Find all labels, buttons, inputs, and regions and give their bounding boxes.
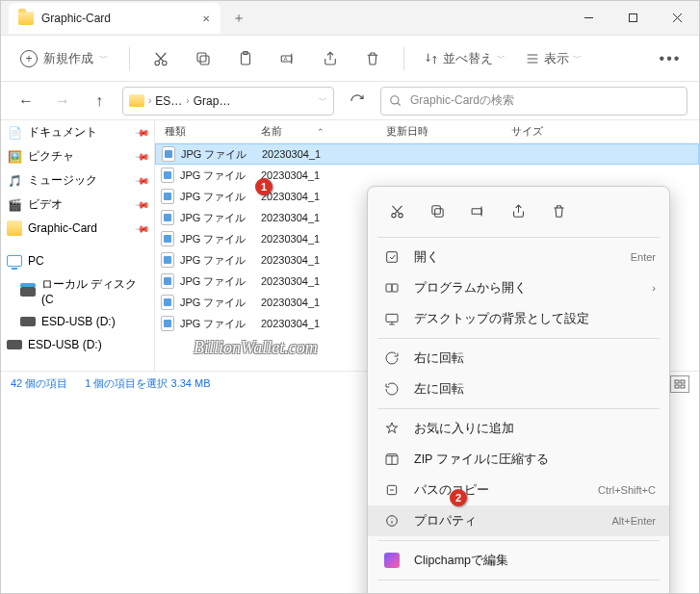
open-with-icon [383, 279, 401, 297]
ctx-favorite[interactable]: お気に入りに追加 [368, 413, 669, 444]
jpg-file-icon [161, 273, 174, 289]
maximize-button[interactable] [610, 1, 655, 36]
col-type[interactable]: 種類 [155, 124, 261, 139]
sidebar-item-music[interactable]: 🎵ミュージック📌 [1, 168, 154, 193]
ctx-rename-button[interactable] [460, 196, 495, 225]
svg-rect-8 [200, 56, 209, 65]
pin-icon: 📌 [135, 172, 150, 188]
svg-rect-26 [675, 385, 679, 388]
svg-rect-40 [386, 314, 398, 322]
properties-icon [383, 512, 401, 529]
breadcrumb-seg[interactable]: Grap… [194, 94, 231, 108]
chevron-down-icon[interactable]: ﹀ [319, 94, 327, 107]
svg-line-20 [398, 102, 401, 105]
ctx-share-button[interactable] [501, 196, 535, 225]
ctx-rotate-right[interactable]: 右に回転 [368, 343, 669, 374]
ctx-cut-button[interactable] [379, 196, 414, 225]
svg-point-4 [155, 61, 160, 65]
sidebar-item-drive-d[interactable]: ESD-USB (D:) [1, 310, 154, 333]
new-label: 新規作成 [43, 50, 93, 67]
col-size[interactable]: サイズ [511, 124, 543, 139]
sort-label: 並べ替え [443, 50, 493, 67]
search-input[interactable]: Graphic-Cardの検索 [380, 87, 687, 116]
svg-point-28 [391, 213, 395, 217]
new-button[interactable]: + 新規作成 ﹀ [13, 46, 116, 71]
tab-close-button[interactable]: ✕ [201, 13, 211, 23]
sort-button[interactable]: 並べ替え ﹀ [418, 50, 511, 67]
sidebar-item-documents[interactable]: 📄ドキュメント📌 [1, 120, 154, 144]
breadcrumb-seg[interactable]: ES… [155, 94, 182, 108]
ctx-open[interactable]: 開くEnter [368, 242, 669, 272]
drive-icon [7, 337, 22, 352]
more-button[interactable]: ••• [653, 43, 687, 74]
sidebar-item-drive-d2[interactable]: ESD-USB (D:) [1, 333, 154, 356]
toolbar: + 新規作成 ﹀ A 並べ替え ﹀ 表示 ﹀ ••• [1, 36, 699, 82]
selection-info: 1 個の項目を選択 3.34 MB [85, 376, 210, 391]
folder-icon [18, 12, 34, 25]
delete-button[interactable] [355, 43, 390, 74]
open-icon [383, 248, 401, 266]
jpg-file-icon [161, 231, 174, 246]
tab-active[interactable]: Graphic-Card ✕ [9, 3, 220, 34]
annotation-badge-1: 1 [255, 178, 272, 195]
jpg-file-icon [161, 316, 174, 331]
svg-text:A: A [284, 56, 288, 62]
view-thumbnails-button[interactable] [670, 375, 689, 393]
ctx-more-options[interactable]: その他のオプションを表示Shift+F10 [368, 584, 669, 594]
chevron-right-icon: › [148, 95, 151, 106]
sidebar: 📄ドキュメント📌 🖼️ピクチャ📌 🎵ミュージック📌 🎬ビデオ📌 Graphic-… [1, 120, 155, 371]
ctx-properties[interactable]: プロパティAlt+Enter [368, 505, 669, 536]
ctx-zip[interactable]: ZIP ファイルに圧縮する [368, 444, 669, 475]
sidebar-item-drive-c[interactable]: ローカル ディスク (C [1, 272, 154, 310]
file-row[interactable]: JPG ファイル20230304_1 [155, 165, 699, 186]
back-button[interactable]: ← [13, 88, 39, 115]
jpg-file-icon [161, 252, 174, 268]
new-tab-button[interactable]: ＋ [232, 10, 246, 27]
copy-button[interactable] [186, 43, 220, 74]
rename-button[interactable]: A [271, 43, 305, 74]
up-button[interactable]: ↑ [86, 88, 113, 115]
svg-point-5 [163, 61, 168, 65]
ctx-set-background[interactable]: デスクトップの背景として設定 [368, 303, 669, 334]
svg-rect-37 [387, 252, 398, 263]
svg-rect-27 [681, 385, 685, 388]
file-row[interactable]: JPG ファイル20230304_1 [155, 143, 699, 165]
forward-button[interactable]: → [49, 88, 76, 115]
separator [129, 47, 130, 70]
rotate-right-icon [383, 349, 401, 367]
sidebar-item-videos[interactable]: 🎬ビデオ📌 [1, 193, 154, 217]
sidebar-item-graphic-card[interactable]: Graphic-Card📌 [1, 217, 154, 240]
sidebar-item-pc[interactable]: PC [1, 249, 154, 272]
sort-asc-icon: ⌃ [317, 127, 324, 137]
refresh-button[interactable] [344, 88, 371, 115]
cut-button[interactable] [143, 43, 178, 74]
col-name[interactable]: 名前⌃ [261, 124, 386, 139]
paste-button[interactable] [228, 43, 263, 74]
view-button[interactable]: 表示 ﹀ [519, 50, 587, 67]
column-headers[interactable]: 種類 名前⌃ 更新日時 サイズ [155, 120, 699, 143]
minimize-button[interactable] [566, 1, 610, 36]
address-bar[interactable]: › ES… › Grap… ﹀ [122, 87, 334, 116]
close-window-button[interactable] [655, 1, 699, 36]
search-icon [389, 94, 402, 108]
drive-icon [20, 284, 36, 299]
sidebar-item-pictures[interactable]: 🖼️ピクチャ📌 [1, 144, 154, 168]
share-button[interactable] [313, 43, 348, 74]
video-icon: 🎬 [7, 197, 22, 213]
music-icon: 🎵 [7, 173, 22, 189]
svg-rect-33 [431, 205, 440, 214]
ctx-delete-button[interactable] [541, 196, 576, 225]
star-icon [383, 420, 401, 437]
jpg-file-icon [162, 146, 175, 162]
ctx-clipchamp[interactable]: Clipchampで編集 [368, 545, 669, 576]
pc-icon [7, 253, 22, 269]
svg-point-19 [391, 95, 399, 103]
ctx-copy-path[interactable]: パスのコピーCtrl+Shift+C [368, 475, 669, 505]
svg-rect-1 [629, 14, 636, 22]
ctx-rotate-left[interactable]: 左に回転 [368, 374, 669, 404]
ctx-open-with[interactable]: プログラムから開く› [368, 272, 669, 303]
jpg-file-icon [161, 295, 174, 310]
ctx-copy-button[interactable] [420, 196, 454, 225]
col-date[interactable]: 更新日時 [386, 124, 511, 139]
folder-icon [129, 94, 144, 107]
